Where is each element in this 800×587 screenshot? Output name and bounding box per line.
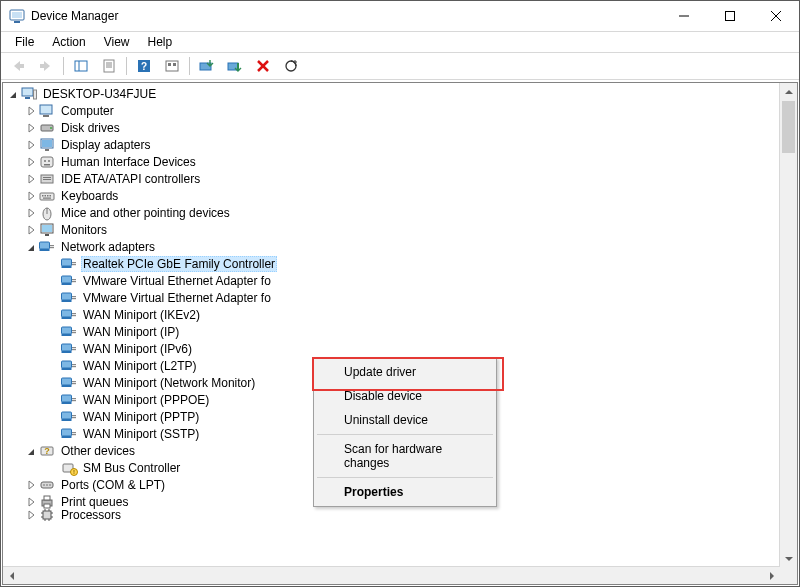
- svg-rect-9: [75, 61, 87, 71]
- svg-point-37: [48, 160, 50, 162]
- expander-icon: [47, 258, 59, 270]
- svg-rect-95: [72, 415, 76, 416]
- tree-device[interactable]: Realtek PCIe GbE Family Controller: [3, 255, 780, 272]
- expander-icon[interactable]: [25, 156, 37, 168]
- update-driver-button[interactable]: [194, 54, 220, 78]
- tree-category[interactable]: Display adapters: [3, 136, 780, 153]
- monitor-icon: [39, 222, 55, 238]
- horizontal-scrollbar[interactable]: [3, 566, 780, 584]
- tree-device-label: VMware Virtual Ethernet Adapter fo: [81, 274, 273, 288]
- svg-rect-19: [173, 63, 176, 66]
- scroll-right-arrow[interactable]: [763, 567, 780, 584]
- tree-category[interactable]: Processors: [3, 510, 780, 520]
- expander-icon[interactable]: [25, 105, 37, 117]
- expander-icon[interactable]: [25, 173, 37, 185]
- show-hide-console-tree-button[interactable]: [68, 54, 94, 78]
- svg-rect-79: [72, 347, 76, 348]
- tree-device-label: WAN Miniport (IPv6): [81, 342, 194, 356]
- uninstall-device-button[interactable]: [250, 54, 276, 78]
- expander-icon: [47, 292, 59, 304]
- tree-category-label: Display adapters: [59, 138, 152, 152]
- svg-rect-43: [42, 195, 44, 197]
- tree-category-label: Processors: [59, 508, 123, 522]
- svg-rect-94: [62, 419, 72, 421]
- properties-button[interactable]: [96, 54, 122, 78]
- scroll-up-arrow[interactable]: [780, 83, 797, 100]
- svg-rect-8: [40, 64, 44, 68]
- expander-icon[interactable]: [25, 479, 37, 491]
- disable-device-button[interactable]: [222, 54, 248, 78]
- tree-category-label: Human Interface Devices: [59, 155, 198, 169]
- maximize-button[interactable]: [707, 1, 753, 31]
- svg-rect-84: [72, 366, 76, 367]
- tree-category[interactable]: Computer: [3, 102, 780, 119]
- context-menu-item[interactable]: Properties: [316, 480, 494, 504]
- expander-icon[interactable]: [25, 122, 37, 134]
- tree-category[interactable]: IDE ATA/ATAPI controllers: [3, 170, 780, 187]
- tree-device[interactable]: WAN Miniport (IPv6): [3, 340, 780, 357]
- tree-category[interactable]: Monitors: [3, 221, 780, 238]
- menu-help[interactable]: Help: [140, 34, 181, 50]
- expander-icon[interactable]: [25, 207, 37, 219]
- context-menu-item[interactable]: Update driver: [316, 360, 494, 384]
- expander-icon: [47, 462, 59, 474]
- keyboard-icon: [39, 188, 55, 204]
- expander-icon[interactable]: [25, 509, 37, 521]
- tree-device[interactable]: WAN Miniport (IKEv2): [3, 306, 780, 323]
- tree-root[interactable]: DESKTOP-U34FJUE: [3, 85, 780, 102]
- svg-rect-18: [168, 63, 171, 66]
- tree-category[interactable]: Human Interface Devices: [3, 153, 780, 170]
- svg-rect-69: [62, 310, 72, 317]
- tree-device[interactable]: VMware Virtual Ethernet Adapter fo: [3, 272, 780, 289]
- tree-category-label: Network adapters: [59, 240, 157, 254]
- tree-category-label: Computer: [59, 104, 116, 118]
- close-button[interactable]: [753, 1, 799, 31]
- tree-device[interactable]: WAN Miniport (IP): [3, 323, 780, 340]
- back-button[interactable]: [5, 54, 31, 78]
- vertical-scrollbar[interactable]: [779, 83, 797, 567]
- context-menu-item[interactable]: Scan for hardware changes: [316, 437, 494, 475]
- tree-category[interactable]: Disk drives: [3, 119, 780, 136]
- computer-root-icon: [21, 86, 37, 102]
- expander-icon[interactable]: [25, 190, 37, 202]
- computer-icon: [39, 103, 55, 119]
- mouse-icon: [39, 205, 55, 221]
- expander-icon[interactable]: [25, 241, 37, 253]
- tree-category[interactable]: Network adapters: [3, 238, 780, 255]
- expander-icon: [47, 326, 59, 338]
- minimize-button[interactable]: [661, 1, 707, 31]
- forward-button[interactable]: [33, 54, 59, 78]
- expander-icon[interactable]: [7, 88, 19, 100]
- expander-icon[interactable]: [25, 224, 37, 236]
- help-button[interactable]: ?: [131, 54, 157, 78]
- tree-category[interactable]: Mice and other pointing devices: [3, 204, 780, 221]
- tree-category[interactable]: Keyboards: [3, 187, 780, 204]
- svg-rect-89: [62, 395, 72, 402]
- scroll-down-arrow[interactable]: [780, 550, 797, 567]
- expander-icon[interactable]: [25, 139, 37, 151]
- svg-rect-41: [43, 179, 51, 180]
- menu-action[interactable]: Action: [44, 34, 93, 50]
- context-menu-item[interactable]: Uninstall device: [316, 408, 494, 432]
- menu-view[interactable]: View: [96, 34, 138, 50]
- svg-rect-60: [72, 264, 76, 265]
- svg-rect-78: [62, 351, 72, 353]
- svg-rect-113: [43, 511, 51, 519]
- scroll-left-arrow[interactable]: [3, 567, 20, 584]
- svg-rect-92: [72, 400, 76, 401]
- scroll-thumb[interactable]: [782, 101, 795, 153]
- window-title: Device Manager: [31, 9, 118, 23]
- menu-file[interactable]: File: [7, 34, 42, 50]
- expander-icon[interactable]: [25, 496, 37, 508]
- svg-rect-77: [62, 344, 72, 351]
- svg-rect-34: [45, 149, 49, 151]
- tree-device[interactable]: VMware Virtual Ethernet Adapter fo: [3, 289, 780, 306]
- expander-icon[interactable]: [25, 445, 37, 457]
- scan-hardware-button[interactable]: [278, 54, 304, 78]
- titlebar-left: Device Manager: [1, 8, 118, 24]
- svg-point-31: [50, 127, 52, 129]
- svg-rect-53: [40, 242, 50, 249]
- action-center-button[interactable]: [159, 54, 185, 78]
- context-menu-item[interactable]: Disable device: [316, 384, 494, 408]
- svg-rect-57: [62, 259, 72, 266]
